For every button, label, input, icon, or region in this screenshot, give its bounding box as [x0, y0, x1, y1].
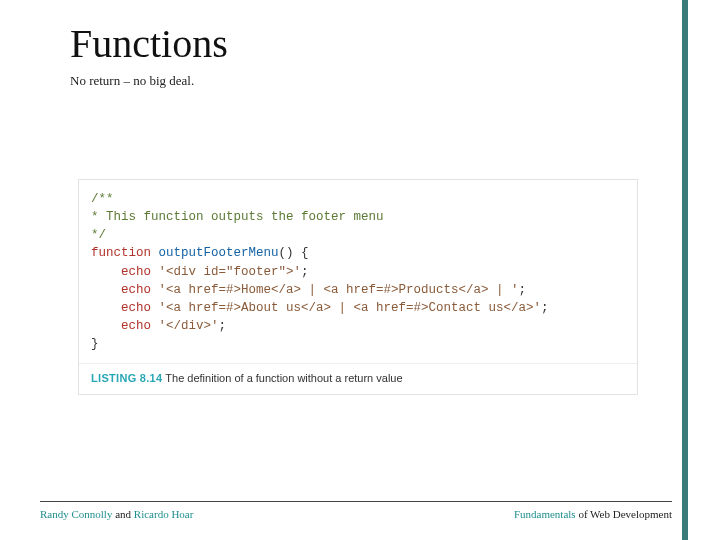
- code-echo3-kw: echo: [121, 301, 151, 315]
- code-echo1-str: '<div id="footer">': [159, 265, 302, 279]
- code-comment-line: * This function outputs the footer menu: [91, 210, 384, 224]
- code-echo2-str: '<a href=#>Home</a> | <a href=#>Products…: [159, 283, 519, 297]
- footer-book-title2: of Web Development: [576, 508, 672, 520]
- slide-footer: Randy Connolly and Ricardo Hoar Fundamen…: [40, 501, 672, 520]
- code-echo1-kw: echo: [121, 265, 151, 279]
- footer-right: Fundamentals of Web Development: [514, 508, 672, 520]
- listing-label: LISTING 8.14: [91, 372, 162, 384]
- footer-row: Randy Connolly and Ricardo Hoar Fundamen…: [40, 508, 672, 520]
- footer-author1: Randy Connolly: [40, 508, 112, 520]
- footer-book-title1: Fundamentals: [514, 508, 576, 520]
- code-semi3: ;: [541, 301, 549, 315]
- code-block: /** * This function outputs the footer m…: [79, 180, 637, 363]
- page-title: Functions: [70, 20, 672, 67]
- code-echo2-kw: echo: [121, 283, 151, 297]
- code-brace-close: }: [91, 337, 99, 351]
- figure-caption: LISTING 8.14 The definition of a functio…: [79, 363, 637, 394]
- code-echo3-str: '<a href=#>About us</a> | <a href=#>Cont…: [159, 301, 542, 315]
- footer-rule: [40, 501, 672, 502]
- code-semi4: ;: [219, 319, 227, 333]
- accent-bar: [682, 0, 688, 540]
- footer-left: Randy Connolly and Ricardo Hoar: [40, 508, 193, 520]
- code-semi1: ;: [301, 265, 309, 279]
- footer-and: and: [112, 508, 133, 520]
- code-function-name: outputFooterMenu: [159, 246, 279, 260]
- code-paren-open: () {: [279, 246, 309, 260]
- code-comment-open: /**: [91, 192, 114, 206]
- code-keyword-function: function: [91, 246, 151, 260]
- slide: Functions No return – no big deal. /** *…: [0, 0, 720, 540]
- code-semi2: ;: [519, 283, 527, 297]
- page-subtitle: No return – no big deal.: [70, 73, 672, 89]
- listing-text: The definition of a function without a r…: [162, 372, 402, 384]
- footer-author2: Ricardo Hoar: [134, 508, 194, 520]
- code-echo4-kw: echo: [121, 319, 151, 333]
- code-comment-close: */: [91, 228, 106, 242]
- code-echo4-str: '</div>': [159, 319, 219, 333]
- code-figure: /** * This function outputs the footer m…: [78, 179, 638, 395]
